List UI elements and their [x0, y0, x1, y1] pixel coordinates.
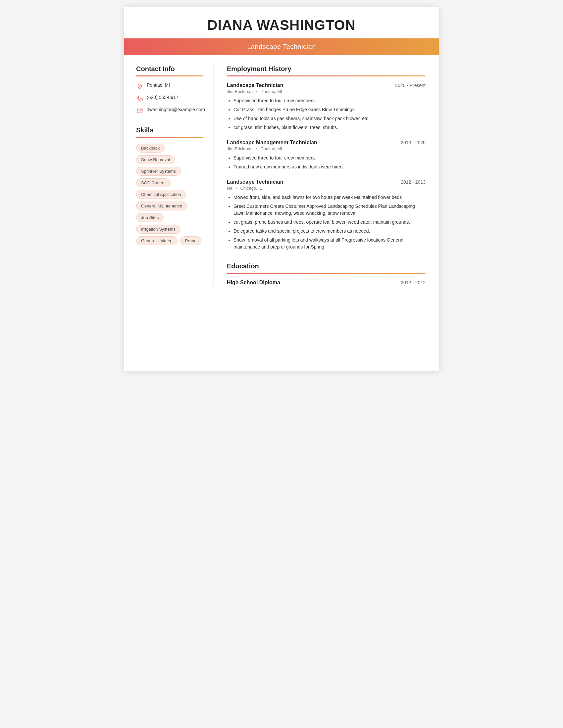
job-bullets: Mowed front, side, and back lawns for tw… — [227, 194, 426, 250]
employment-divider — [227, 75, 426, 76]
skill-tag: Job Sites — [136, 213, 164, 222]
job-bullet: Greet Customers Create Costumer Approved… — [233, 203, 426, 217]
job-bullet: cut grass, trim bushes, plant flowers, t… — [233, 124, 426, 131]
employment-section: Employment History Landscape Technician2… — [227, 65, 426, 250]
job-title: Landscape Management Technician — [227, 140, 317, 146]
svg-point-0 — [139, 85, 140, 86]
job-bullet: Delegated tasks and special projects to … — [233, 228, 426, 235]
contact-divider — [136, 75, 203, 76]
job-bullet: Mowed front, side, and back lawns for tw… — [233, 194, 426, 201]
job-entry: Landscape Technician2020 - PresentJim Br… — [227, 82, 426, 131]
skill-tag: Irrigation Systems — [136, 225, 180, 234]
skill-tag: General Maintenance — [136, 202, 187, 210]
skill-tag: SOD Cutters — [136, 178, 170, 187]
main-content: Employment History Landscape Technician2… — [213, 65, 439, 286]
job-entry: Landscape Management Technician2013 - 20… — [227, 140, 426, 170]
job-dates: 2020 - Present — [395, 83, 426, 88]
location-icon — [136, 83, 143, 90]
job-meta: Na • Chicago, IL — [227, 186, 426, 191]
job-title: Landscape Technician — [227, 82, 283, 88]
skill-tag: Backpack — [136, 144, 164, 153]
job-bullets: Supervised three to four crew members.Tr… — [227, 155, 426, 170]
contact-email: dwashington@example.com — [136, 107, 203, 114]
job-dates: 2013 - 2020 — [401, 140, 426, 145]
skill-tag: Chemical Application — [136, 190, 186, 199]
job-bullet: cut grass, prune bushes and trees, opera… — [233, 219, 426, 226]
education-section: Education High School Diploma2012 - 2012 — [227, 262, 426, 286]
job-bullets: Supervised three to four crew members.Cu… — [227, 97, 426, 131]
body-content: Contact Info Pontiac, MI — [124, 55, 439, 299]
contact-phone: (620) 555-8917 — [136, 95, 203, 102]
location-text: Pontiac, MI — [147, 82, 170, 88]
email-text: dwashington@example.com — [147, 107, 205, 112]
job-bullet: Supervised three to four crew members. — [233, 97, 426, 104]
job-bullet: Cut Grass Trim hedges Prune Edge Grass B… — [233, 106, 426, 113]
skills-divider — [136, 137, 203, 138]
contact-section-title: Contact Info — [136, 65, 203, 73]
phone-icon — [136, 95, 143, 102]
skills-section: Skills BackpackSnow RemovalSprinkler Sys… — [136, 126, 203, 245]
skill-tag: Snow Removal — [136, 155, 175, 164]
job-bullet: Trained new crew members as individuals … — [233, 163, 426, 170]
education-divider — [227, 273, 426, 274]
jobs-container: Landscape Technician2020 - PresentJim Br… — [227, 82, 426, 250]
skill-tags-container: BackpackSnow RemovalSprinkler SystemsSOD… — [136, 144, 203, 245]
job-bullet: Use of hand tools as gas shears, chainsa… — [233, 115, 426, 122]
education-section-title: Education — [227, 262, 426, 270]
job-title: Landscape Technician — [227, 179, 283, 185]
education-container: High School Diploma2012 - 2012 — [227, 280, 426, 286]
job-header: Landscape Management Technician2013 - 20… — [227, 140, 426, 146]
contact-section: Contact Info Pontiac, MI — [136, 65, 203, 114]
job-bullet: Supervised three to four crew members. — [233, 155, 426, 161]
employment-section-title: Employment History — [227, 65, 426, 73]
sidebar: Contact Info Pontiac, MI — [124, 65, 213, 286]
skill-tag: Sprinkler Systems — [136, 167, 181, 176]
job-header: Landscape Technician2020 - Present — [227, 82, 426, 88]
job-bullet: Snow removal of all parking lots and wal… — [233, 237, 426, 250]
edu-degree: High School Diploma — [227, 280, 280, 286]
contact-location: Pontiac, MI — [136, 82, 203, 90]
edu-entry: High School Diploma2012 - 2012 — [227, 280, 426, 286]
email-icon — [136, 107, 143, 114]
skill-tag: General Upkeep — [136, 236, 177, 245]
header-title-bar: Landscape Technician — [124, 38, 439, 55]
job-entry: Landscape Technician2012 - 2013Na • Chic… — [227, 179, 426, 250]
job-header: Landscape Technician2012 - 2013 — [227, 179, 426, 185]
resume-container: DIANA WASHINGTON Landscape Technician Co… — [124, 7, 439, 371]
header-name-section: DIANA WASHINGTON — [124, 7, 439, 38]
job-dates: 2012 - 2013 — [401, 179, 426, 185]
job-meta: Jim Brickman • Pontiac, MI — [227, 146, 426, 151]
phone-text: (620) 555-8917 — [147, 95, 178, 100]
skill-tag: Prune — [180, 236, 202, 245]
edu-dates: 2012 - 2012 — [401, 280, 426, 285]
skills-section-title: Skills — [136, 126, 203, 134]
candidate-title: Landscape Technician — [247, 43, 316, 50]
job-meta: Jim Brickman • Pontiac, MI — [227, 89, 426, 94]
candidate-name: DIANA WASHINGTON — [137, 17, 426, 33]
